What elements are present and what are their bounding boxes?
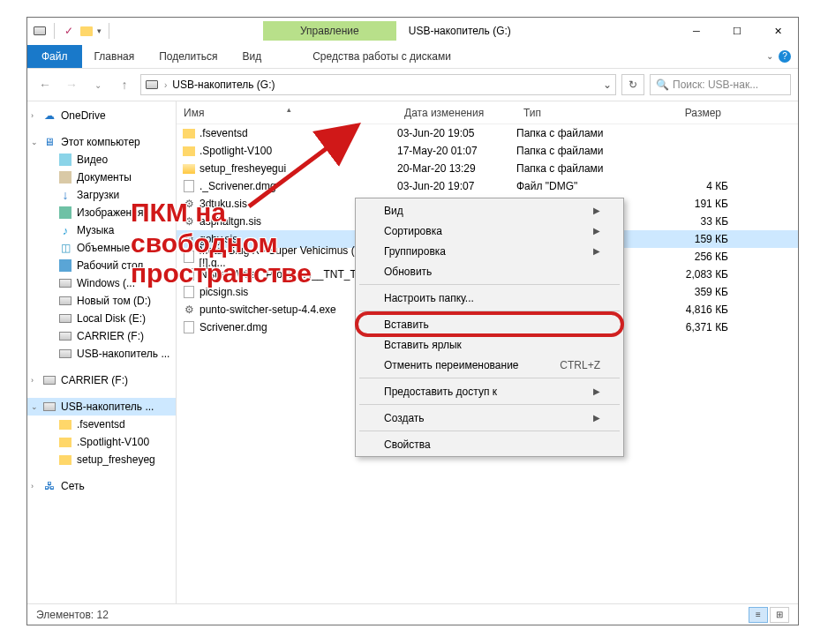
sidebar-item-label: .Spotlight-V100	[77, 436, 149, 448]
breadcrumb-chevron-icon[interactable]: ›	[164, 80, 167, 90]
sidebar-item-usb-drive[interactable]: ⌄USB-накопитель ...	[27, 398, 176, 416]
file-icon	[182, 320, 196, 334]
sidebar-item-documents[interactable]: Документы	[27, 168, 176, 186]
file-date: 20-Mar-20 13:29	[397, 162, 516, 175]
ctx-group[interactable]: Группировка▶	[358, 241, 621, 261]
folder-icon	[182, 144, 196, 158]
manage-contextual-tab[interactable]: Управление	[263, 21, 396, 41]
ctx-sort[interactable]: Сортировка▶	[358, 221, 621, 241]
expand-icon[interactable]: ›	[31, 376, 40, 385]
file-type: Папка с файлами	[516, 162, 640, 175]
drive-icon	[43, 374, 56, 386]
file-type: Папка с файлами	[516, 145, 640, 157]
file-type: Файл "DMG"	[516, 180, 640, 192]
address-bar[interactable]: › USB-накопитель (G:) ⌄	[140, 74, 616, 95]
separator	[359, 284, 620, 285]
sidebar-item-label: CARRIER (F:)	[77, 330, 144, 342]
drive-icon	[59, 330, 72, 342]
thumbnails-view-button[interactable]: ⊞	[770, 607, 789, 623]
ctx-customize-folder[interactable]: Настроить папку...	[358, 288, 621, 308]
file-size: 4,816 КБ	[640, 303, 728, 316]
view-tab[interactable]: Вид	[230, 45, 274, 68]
cloud-icon: ☁	[43, 109, 56, 122]
ctx-undo-rename[interactable]: Отменить переименованиеCTRL+Z	[358, 355, 621, 375]
sort-asc-icon: ▴	[287, 105, 291, 114]
sidebar-item-drive-d[interactable]: Новый том (D:)	[27, 292, 176, 310]
sidebar-item-network[interactable]: ›🖧Сеть	[27, 477, 176, 495]
expand-ribbon-icon[interactable]: ⌄	[766, 51, 773, 61]
collapse-icon[interactable]: ⌄	[31, 138, 40, 146]
qat-dropdown-icon[interactable]: ▾	[97, 26, 102, 35]
column-size[interactable]: Размер	[640, 107, 728, 119]
sidebar-item-this-pc[interactable]: ⌄🖥Этот компьютер	[27, 133, 176, 151]
sidebar-item-folder[interactable]: .fseventsd	[27, 416, 176, 433]
sidebar-item-drive-g[interactable]: USB-накопитель ...	[27, 345, 176, 363]
new-folder-icon[interactable]	[79, 24, 94, 38]
file-size: 159 КБ	[640, 233, 728, 245]
ctx-properties[interactable]: Свойства	[358, 434, 621, 454]
sidebar-item-drive-e[interactable]: Local Disk (E:)	[27, 310, 176, 327]
navigation-bar: ← → ⌄ ↑ › USB-накопитель (G:) ⌄ ↻ 🔍 Поис…	[27, 69, 798, 101]
file-tab[interactable]: Файл	[27, 45, 82, 68]
address-dropdown-icon[interactable]: ⌄	[603, 79, 612, 91]
home-tab[interactable]: Главная	[82, 45, 147, 68]
file-date: 03-Jun-20 19:05	[397, 127, 516, 139]
sidebar-item-drive-f[interactable]: CARRIER (F:)	[27, 327, 176, 345]
properties-icon[interactable]: ✓	[62, 24, 76, 38]
sidebar-item-onedrive[interactable]: ›☁OneDrive	[27, 107, 176, 124]
expand-icon[interactable]: ›	[31, 111, 40, 120]
sidebar-item-folder[interactable]: .Spotlight-V100	[27, 433, 176, 451]
details-view-button[interactable]: ≡	[749, 607, 768, 623]
folder-icon	[182, 161, 196, 176]
video-icon	[59, 154, 72, 166]
drive-icon	[59, 277, 72, 289]
ctx-new[interactable]: Создать▶	[358, 408, 621, 428]
maximize-button[interactable]: ☐	[717, 18, 757, 44]
sidebar-item-label: USB-накопитель ...	[77, 348, 169, 360]
ctx-share-access[interactable]: Предоставить доступ к▶	[358, 381, 621, 401]
help-icon[interactable]: ?	[779, 50, 791, 63]
drive-icon	[59, 295, 72, 307]
titlebar: ✓ ▾ Управление USB-накопитель (G:) ─ ☐ ✕	[27, 18, 798, 44]
drive-icon	[59, 348, 72, 360]
sidebar-item-carrier-f[interactable]: ›CARRIER (F:)	[27, 371, 176, 389]
window-title: USB-накопитель (G:)	[409, 25, 511, 37]
submenu-arrow-icon: ▶	[593, 206, 600, 215]
download-icon: ↓	[59, 189, 72, 201]
minimize-button[interactable]: ─	[676, 18, 717, 44]
search-input[interactable]: 🔍 Поиск: USB-нак...	[650, 74, 791, 95]
sidebar-item-label: .fseventsd	[77, 418, 125, 431]
file-size: 2,083 КБ	[640, 268, 728, 281]
column-date[interactable]: Дата изменения	[397, 107, 516, 119]
close-button[interactable]: ✕	[757, 18, 798, 44]
navigation-pane[interactable]: ›☁OneDrive ⌄🖥Этот компьютер Видео Докуме…	[27, 101, 177, 603]
sidebar-item-label: Сеть	[61, 480, 85, 492]
forward-button[interactable]: →	[61, 74, 82, 95]
status-bar: Элементов: 12 ≡ ⊞	[27, 603, 798, 625]
shortcut-label: CTRL+Z	[560, 359, 600, 371]
music-icon: ♪	[59, 224, 72, 236]
file-type: Папка с файлами	[516, 127, 640, 139]
ctx-refresh[interactable]: Обновить	[358, 261, 621, 281]
sidebar-item-folder[interactable]: setup_fresheyeg	[27, 451, 176, 468]
annotation-text: ПКМ на свободном пространстве	[131, 198, 312, 289]
ctx-paste-shortcut[interactable]: Вставить ярлык	[358, 334, 621, 355]
file-icon	[182, 179, 196, 193]
back-button[interactable]: ←	[34, 74, 56, 95]
ctx-view[interactable]: Вид▶	[358, 200, 621, 221]
sidebar-item-label: Документы	[77, 171, 132, 183]
column-type[interactable]: Тип	[516, 107, 640, 119]
expand-icon[interactable]: ›	[31, 482, 40, 490]
breadcrumb-segment[interactable]: USB-накопитель (G:)	[172, 79, 275, 91]
sidebar-item-videos[interactable]: Видео	[27, 151, 176, 168]
refresh-button[interactable]: ↻	[621, 74, 644, 95]
search-icon: 🔍	[656, 79, 669, 91]
drive-tools-tab[interactable]: Средства работы с дисками	[300, 45, 463, 68]
collapse-icon[interactable]: ⌄	[31, 402, 40, 411]
separator	[359, 404, 620, 405]
file-size: 359 КБ	[640, 286, 728, 298]
ctx-paste[interactable]: Вставить	[358, 314, 621, 334]
recent-dropdown-icon[interactable]: ⌄	[87, 74, 109, 95]
up-button[interactable]: ↑	[114, 74, 135, 95]
share-tab[interactable]: Поделиться	[147, 45, 230, 68]
